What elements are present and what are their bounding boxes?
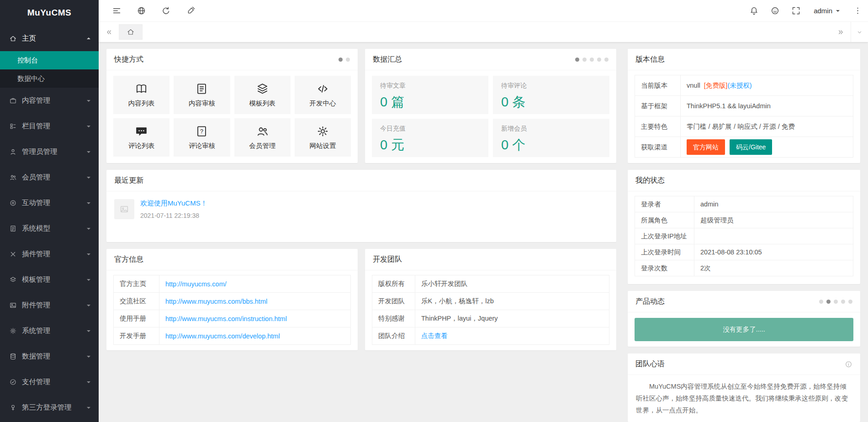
carousel-dot[interactable]	[582, 58, 587, 62]
notifications-button[interactable]	[743, 0, 764, 22]
carousel-dot[interactable]	[848, 300, 852, 304]
update-link[interactable]: 欢迎使用MuYuCMS！	[140, 199, 207, 207]
sidebar-item-admins[interactable]: 管理员管理	[0, 139, 99, 164]
sidebar-item-system[interactable]: 系统管理	[0, 318, 99, 343]
data-icon	[9, 353, 17, 360]
sidebar-item-content[interactable]: 内容管理	[0, 88, 99, 113]
shortcut-site-settings[interactable]: 网站设置	[295, 118, 351, 157]
sidebar-item-payment[interactable]: 支付管理	[0, 369, 99, 395]
username: admin	[814, 7, 832, 15]
sidebar-item-data[interactable]: 数据管理	[0, 343, 99, 369]
carousel-dot[interactable]	[575, 58, 579, 62]
user-menu[interactable]: admin	[806, 0, 847, 22]
update-thumbnail	[114, 199, 134, 219]
stat-label: 新增会员	[501, 125, 601, 133]
shortcut-template-list[interactable]: 模板列表	[234, 76, 291, 114]
sidebar-item-columns[interactable]: 栏目管理	[0, 113, 99, 139]
tabs-menu-button[interactable]	[851, 22, 868, 42]
dashboard-content: 快捷方式 内容列表	[99, 42, 868, 422]
stat-value: 0 个	[501, 136, 601, 154]
table-row: 主要特色 零门槛 / 易扩展 / 响应式 / 开源 / 免费	[635, 116, 853, 137]
table-row: 上次登录时间 2021-08-08 23:10:05	[635, 244, 853, 260]
shortcut-label: 评论审核	[189, 142, 215, 150]
menu-icon	[112, 6, 122, 16]
sidebar-item-label: 插件管理	[22, 249, 87, 259]
sidebar-item-templates[interactable]: 模板管理	[0, 267, 99, 292]
users-icon	[256, 125, 269, 138]
stat-pending-comments: 待审评论 0 条	[493, 76, 609, 114]
attachment-icon	[9, 301, 17, 309]
sidebar-item-home[interactable]: 主页	[0, 26, 99, 51]
version-number: vnull	[687, 82, 700, 89]
sidebar-item-label: 支付管理	[22, 377, 87, 387]
site-home-button[interactable]	[129, 0, 153, 22]
shortcut-dev-center[interactable]: 开发中心	[295, 76, 351, 114]
carousel-dot[interactable]	[841, 300, 845, 304]
carousel-dot[interactable]	[590, 58, 594, 62]
refresh-button[interactable]	[153, 0, 178, 22]
row-label: 当前版本	[635, 75, 681, 96]
info-icon	[845, 360, 852, 368]
table-row: 当前版本 vnull[免费版](未授权)	[635, 75, 853, 96]
row-value: admin	[694, 196, 853, 212]
shortcut-comment-list[interactable]: 评论列表	[113, 118, 169, 157]
sidebar-item-attachments[interactable]: 附件管理	[0, 292, 99, 318]
carousel-dot[interactable]	[339, 58, 343, 62]
version-info-table: 当前版本 vnull[免费版](未授权) 基于框架 ThinkPHP5.1 &&…	[635, 75, 853, 158]
tabs-scroll-left-button[interactable]	[99, 22, 119, 42]
team-intro-link[interactable]: 点击查看	[421, 332, 448, 339]
shortcut-label: 开发中心	[309, 99, 336, 108]
row-label: 开发团队	[372, 293, 415, 310]
shortcut-content-list[interactable]: 内容列表	[113, 76, 169, 114]
row-value: 零门槛 / 易扩展 / 响应式 / 开源 / 免费	[681, 116, 853, 137]
carousel-dot[interactable]	[834, 300, 838, 304]
tabs-scroll-right-button[interactable]	[831, 22, 851, 42]
community-link[interactable]: http://www.muyucms.com/bbs.html	[165, 298, 267, 305]
carousel-dot[interactable]	[604, 58, 609, 62]
clear-cache-button[interactable]	[178, 0, 203, 22]
card-recent-updates: 最近更新 欢迎使用MuYuCMS！ 2021-07-11 22:19:38	[106, 170, 616, 242]
sidebar-item-thirdparty[interactable]: 第三方登录管理	[0, 395, 99, 420]
theme-button[interactable]	[764, 0, 785, 22]
manual-link[interactable]: http://www.muyucms.com/instruction.html	[165, 315, 287, 322]
sidebar-item-label: 互动管理	[22, 198, 87, 208]
shortcut-comment-review[interactable]: ? 评论审核	[174, 118, 230, 157]
gear-icon	[316, 125, 329, 138]
sidebar-item-members[interactable]: 会员管理	[0, 164, 99, 190]
dashboard-left: 快捷方式 内容列表	[106, 49, 616, 350]
table-row: 登录次数 2次	[635, 260, 853, 276]
sidebar-item-label: 系统模型	[22, 224, 87, 233]
shortcut-label: 内容审核	[189, 99, 215, 108]
carousel-dot[interactable]	[597, 58, 601, 62]
table-row: 使用手册 http://www.muyucms.com/instruction.…	[114, 310, 351, 327]
update-time: 2021-07-11 22:19:38	[140, 212, 207, 219]
official-home-link[interactable]: http://muyucms.com/	[165, 280, 227, 288]
chevron-down-icon	[87, 100, 90, 104]
dev-manual-link[interactable]: http://www.muyucms.com/develop.html	[165, 332, 280, 340]
fullscreen-button[interactable]	[785, 0, 806, 22]
sidebar-item-plugins[interactable]: 插件管理	[0, 241, 99, 267]
gitee-button[interactable]: 码云/Gitee	[730, 139, 772, 155]
row-value: vnull[免费版](未授权)	[681, 75, 853, 96]
shortcut-member-manage[interactable]: 会员管理	[234, 118, 291, 157]
more-options-button[interactable]	[847, 0, 868, 22]
card-official-info: 官方信息 官方主页 http://muyucms.com/ 交流社区 h	[106, 249, 358, 350]
sidebar-item-interaction[interactable]: 互动管理	[0, 190, 99, 216]
carousel-dot[interactable]	[346, 58, 350, 62]
sidebar-item-datacenter[interactable]: 数据中心	[0, 69, 99, 88]
collapse-menu-button[interactable]	[104, 0, 129, 22]
table-row: 开发团队 乐K，小航，杨逸轩，lzb	[372, 293, 609, 310]
carousel-dot[interactable]	[819, 300, 823, 304]
tab-home[interactable]	[119, 24, 143, 40]
info-button[interactable]	[845, 360, 852, 368]
card-title: 官方信息	[114, 255, 143, 264]
sidebar-item-console[interactable]: 控制台	[0, 51, 99, 69]
row-label: 所属角色	[635, 212, 694, 228]
carousel-dot[interactable]	[826, 300, 831, 304]
official-site-button[interactable]: 官方网站	[687, 139, 725, 155]
sidebar-item-label: 模板管理	[22, 275, 87, 285]
shortcut-content-review[interactable]: 内容审核	[174, 76, 230, 114]
sidebar-item-models[interactable]: 系统模型	[0, 216, 99, 241]
free-edition-tag: [免费版]	[704, 82, 728, 89]
row-value: 官方网站码云/Gitee	[681, 137, 853, 158]
